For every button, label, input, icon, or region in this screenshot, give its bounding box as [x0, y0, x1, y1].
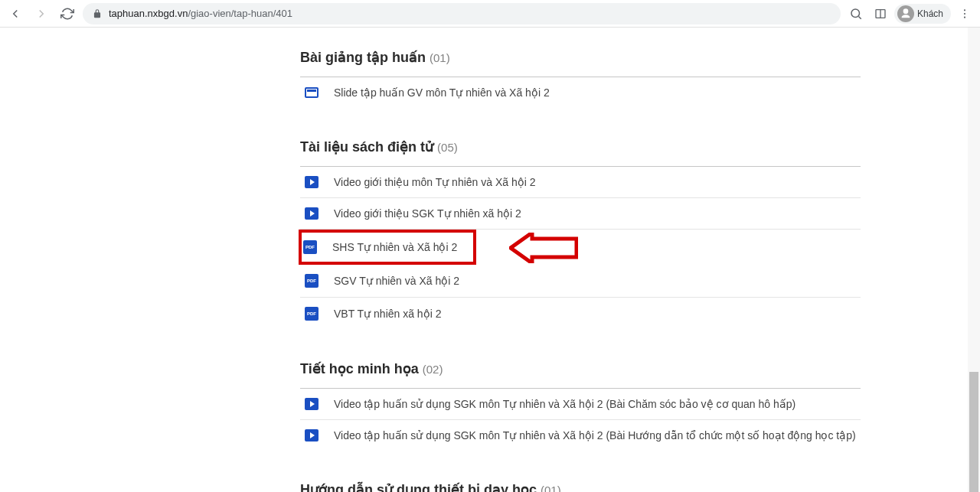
address-bar[interactable]: taphuan.nxbgd.vn/giao-vien/tap-huan/401: [83, 3, 841, 24]
list-item[interactable]: Video giới thiệu môn Tự nhiên và Xã hội …: [300, 167, 861, 198]
toolbar-right: Khách: [845, 3, 975, 24]
item-label: Video tập huấn sử dụng SGK môn Tự nhiên …: [334, 398, 795, 410]
item-label: Slide tập huấn GV môn Tự nhiên và Xã hội…: [334, 86, 550, 99]
section-tai-lieu: Tài liệu sách điện tử (05) Video giới th…: [300, 132, 861, 330]
section-tiet-hoc: Tiết học minh họa (02) Video tập huấn sử…: [300, 354, 861, 451]
section-title: Hướng dẫn sử dụng thiết bị dạy học (01): [300, 475, 861, 492]
section-title: Bài giảng tập huấn (01): [300, 43, 861, 72]
section-huong-dan: Hướng dẫn sử dụng thiết bị dạy học (01): [300, 475, 861, 492]
list-item-highlighted[interactable]: PDF SHS Tự nhiên và Xã hội 2: [299, 230, 476, 265]
annotation-arrow-icon: [509, 233, 578, 263]
slide-icon: [305, 87, 318, 98]
svg-point-4: [964, 12, 965, 14]
scrollbar[interactable]: [968, 28, 980, 492]
list-item[interactable]: Slide tập huấn GV môn Tự nhiên và Xã hội…: [300, 77, 861, 108]
section-bai-giang: Bài giảng tập huấn (01) Slide tập huấn G…: [300, 43, 861, 108]
lock-icon: [92, 8, 103, 19]
pdf-icon: PDF: [305, 274, 318, 288]
reload-button[interactable]: [57, 3, 78, 24]
main-content: Bài giảng tập huấn (01) Slide tập huấn G…: [0, 28, 968, 492]
svg-point-5: [964, 16, 965, 18]
item-label: VBT Tự nhiên xã hội 2: [334, 308, 441, 320]
back-button[interactable]: [5, 3, 26, 24]
page-content: Bài giảng tập huấn (01) Slide tập huấn G…: [0, 28, 980, 492]
avatar-icon: [897, 5, 914, 22]
list-item[interactable]: PDF SGV Tự nhiên và Xã hội 2: [300, 265, 861, 298]
zoom-icon[interactable]: [845, 3, 867, 24]
profile-button[interactable]: Khách: [894, 4, 951, 24]
video-icon: [305, 429, 318, 441]
video-icon: [305, 398, 318, 410]
item-label: Video giới thiệu SGK Tự nhiên xã hội 2: [334, 207, 521, 220]
pdf-icon: PDF: [305, 307, 318, 321]
panel-icon[interactable]: [870, 3, 891, 24]
svg-point-3: [964, 9, 965, 11]
profile-label: Khách: [917, 8, 943, 19]
url-text: taphuan.nxbgd.vn/giao-vien/tap-huan/401: [109, 8, 292, 19]
section-title: Tiết học minh họa (02): [300, 354, 861, 383]
scrollbar-thumb[interactable]: [969, 372, 978, 492]
list-item[interactable]: PDF VBT Tự nhiên xã hội 2: [300, 298, 861, 330]
item-label: Video giới thiệu môn Tự nhiên và Xã hội …: [334, 176, 536, 188]
list-item[interactable]: Video tập huấn sử dụng SGK môn Tự nhiên …: [300, 420, 861, 451]
video-icon: [305, 207, 318, 220]
item-label: Video tập huấn sử dụng SGK môn Tự nhiên …: [334, 429, 856, 441]
forward-button[interactable]: [31, 3, 52, 24]
list-item[interactable]: Video tập huấn sử dụng SGK môn Tự nhiên …: [300, 389, 861, 420]
section-title: Tài liệu sách điện tử (05): [300, 132, 861, 161]
item-label: SHS Tự nhiên và Xã hội 2: [332, 241, 457, 253]
browser-toolbar: taphuan.nxbgd.vn/giao-vien/tap-huan/401 …: [0, 0, 980, 28]
pdf-icon: PDF: [303, 240, 317, 254]
video-icon: [305, 176, 318, 188]
list-item[interactable]: Video giới thiệu SGK Tự nhiên xã hội 2: [300, 198, 861, 230]
svg-point-0: [851, 9, 860, 18]
menu-button[interactable]: [954, 3, 975, 24]
item-label: SGV Tự nhiên và Xã hội 2: [334, 275, 459, 287]
